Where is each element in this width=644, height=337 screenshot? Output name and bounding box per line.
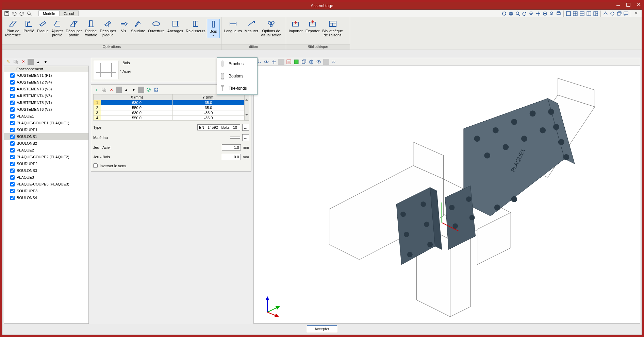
- cell-y[interactable]: -35.0: [173, 116, 244, 121]
- ribbon-decouper-plaque-button[interactable]: Découper plaque: [99, 19, 118, 38]
- tree-item-checkbox[interactable]: [10, 80, 15, 85]
- circle-icon[interactable]: [609, 11, 615, 17]
- tree-item-checkbox[interactable]: [10, 148, 15, 153]
- ribbon-decouper-button[interactable]: Découper profilé: [64, 19, 83, 38]
- orbit-icon[interactable]: [542, 11, 548, 17]
- tree-item[interactable]: AJUSTEMENT1 (P1): [4, 72, 88, 79]
- ribbon-biblio-button[interactable]: Bibliothèque de liaisons: [321, 19, 344, 38]
- ribbon-plan-ref-button[interactable]: Plan de référence: [4, 19, 22, 38]
- tree-item-checkbox[interactable]: [10, 114, 15, 119]
- maximize-button[interactable]: [626, 2, 631, 7]
- tree-item[interactable]: PLAQUE-COUPE3 (PLAQUE3): [4, 181, 88, 188]
- tree-item-checkbox[interactable]: [10, 162, 15, 166]
- list-icon[interactable]: [286, 59, 292, 65]
- tree-item[interactable]: AJUSTEMENT4 (V3): [4, 92, 88, 99]
- view-tool-icon[interactable]: [501, 11, 507, 17]
- print-icon[interactable]: [556, 11, 562, 17]
- cube-icon[interactable]: [616, 11, 622, 17]
- dropdown-tirefonds[interactable]: Tire-fonds: [217, 82, 257, 94]
- eye-icon[interactable]: [316, 59, 322, 65]
- tree-item[interactable]: BOULONS1: [4, 133, 88, 140]
- tree-item-checkbox[interactable]: [10, 155, 15, 159]
- ribbon-tab-model[interactable]: Modèle: [38, 11, 60, 16]
- tree-item[interactable]: PLAQUE-COUPE2 (PLAQUE2): [4, 154, 88, 160]
- tree-item-checkbox[interactable]: [10, 101, 15, 105]
- accept-button[interactable]: Accepter: [307, 325, 337, 332]
- green-rect-icon[interactable]: [293, 59, 299, 65]
- type-select[interactable]: EN - 14592 - Bolts - 10: [197, 124, 240, 130]
- tree-item[interactable]: AJUSTEMENT2 (V4): [4, 79, 88, 86]
- table-row[interactable]: 4550.0-35.0: [94, 116, 244, 121]
- object-icon[interactable]: [263, 59, 269, 65]
- table-row[interactable]: 1630.035.0: [94, 100, 244, 105]
- grid-pts-icon[interactable]: [153, 87, 159, 93]
- search-icon[interactable]: [26, 11, 32, 17]
- tree-item[interactable]: AJUSTEMENT6 (V2): [4, 106, 88, 113]
- edit-icon[interactable]: ✎: [5, 59, 11, 65]
- cell-x[interactable]: 630.0: [101, 100, 173, 105]
- tree-item[interactable]: BOULONS2: [4, 140, 88, 147]
- row-up-icon[interactable]: ▲: [123, 87, 129, 93]
- inverser-checkbox[interactable]: [93, 163, 98, 168]
- add-icon[interactable]: ＋: [93, 87, 99, 93]
- tree-item-checkbox[interactable]: [10, 189, 15, 193]
- ribbon-vis-button[interactable]: Vis: [117, 19, 130, 34]
- cell-y[interactable]: 35.0: [173, 105, 244, 110]
- ribbon-ancrages-button[interactable]: Ancrages: [166, 19, 184, 34]
- save-icon[interactable]: [4, 11, 10, 17]
- coordinates-table[interactable]: X (mm) Y (mm) 1630.035.02550.035.03630.0…: [93, 94, 244, 121]
- ribbon-tab-calc[interactable]: Calcul: [59, 11, 79, 16]
- table-row[interactable]: 2550.035.0: [94, 105, 244, 110]
- tree-item[interactable]: SOUDURE3: [4, 188, 88, 194]
- tree-item[interactable]: AJUSTEMENT3 (V3): [4, 86, 88, 92]
- cube-small-icon[interactable]: [301, 59, 307, 65]
- tree-item[interactable]: PLAQUE-COUPE1 (PLAQUE1): [4, 120, 88, 126]
- ribbon-mesurer-button[interactable]: Mesurer: [243, 19, 260, 34]
- viewport-3d[interactable]: 3D: [253, 58, 640, 324]
- ribbon-importer-button[interactable]: Importer: [287, 19, 304, 34]
- split-3-icon[interactable]: [593, 11, 599, 17]
- undo-icon[interactable]: [11, 11, 17, 17]
- pan-3d-icon[interactable]: [271, 59, 277, 65]
- row-down-icon[interactable]: ▼: [131, 87, 137, 93]
- ribbon-bois-button[interactable]: Bois▼: [207, 19, 220, 38]
- tree-item[interactable]: PLAQUE1: [4, 113, 88, 120]
- tree-item[interactable]: PLAQUE2: [4, 147, 88, 154]
- cell-y[interactable]: -35.0: [173, 110, 244, 116]
- dropdown-broches[interactable]: Broches: [217, 58, 257, 70]
- plane-icon[interactable]: [602, 11, 609, 17]
- material-select[interactable]: [230, 137, 240, 139]
- tree-item-checkbox[interactable]: [10, 121, 15, 125]
- move-up-icon[interactable]: ▲: [35, 59, 41, 65]
- move-down-icon[interactable]: ▼: [43, 59, 49, 65]
- ribbon-longueurs-button[interactable]: Longueurs: [223, 19, 243, 34]
- d3-icon[interactable]: 3D: [331, 59, 337, 65]
- tree-item[interactable]: SOUDURE1: [4, 126, 88, 133]
- chevron-down-icon[interactable]: ⌄: [119, 68, 123, 72]
- chat-icon[interactable]: [623, 11, 629, 17]
- ribbon-ajuster-button[interactable]: Ajuster profilé: [50, 19, 64, 38]
- generate-icon[interactable]: [146, 87, 152, 93]
- tree-item-checkbox[interactable]: [10, 128, 15, 132]
- zoom-in-icon[interactable]: [528, 11, 534, 17]
- cube-solid-icon[interactable]: [308, 59, 314, 65]
- tree-item-checkbox[interactable]: [10, 107, 15, 112]
- delete-icon[interactable]: ✕: [20, 59, 26, 65]
- ribbon-exporter-button[interactable]: Exporter: [304, 19, 321, 34]
- redo-icon[interactable]: [19, 11, 25, 17]
- pan-icon[interactable]: [535, 11, 541, 17]
- viewport-single-icon[interactable]: [565, 11, 572, 17]
- tree-item-checkbox[interactable]: [10, 94, 15, 98]
- section-thumbnail[interactable]: [94, 61, 118, 79]
- tree-item-checkbox[interactable]: [10, 135, 15, 139]
- type-picker-button[interactable]: …: [242, 124, 249, 131]
- ribbon-ouverture-button[interactable]: Ouverture: [147, 19, 166, 34]
- table-row[interactable]: 3630.0-35.0: [94, 110, 244, 116]
- ribbon-options-visu-button[interactable]: Options de visualisation: [260, 19, 283, 38]
- copy-icon[interactable]: [13, 59, 19, 65]
- dropdown-boulons[interactable]: Boulons: [217, 70, 257, 82]
- refresh-icon[interactable]: [522, 11, 528, 17]
- grid-icon[interactable]: [572, 11, 578, 17]
- delete-row-icon[interactable]: ✕: [108, 87, 114, 93]
- tree-item-checkbox[interactable]: [10, 73, 15, 78]
